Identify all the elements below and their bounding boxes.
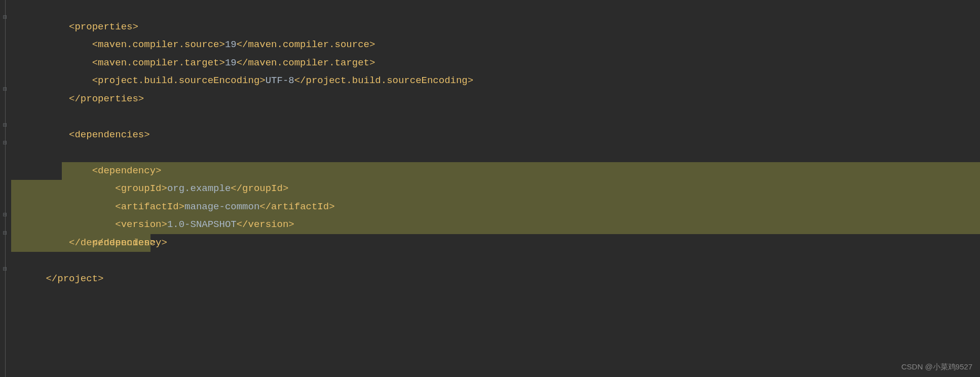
fold-collapse-icon[interactable]: ⊟ — [2, 212, 9, 219]
indent — [46, 201, 115, 212]
fold-collapse-icon[interactable]: ⊟ — [2, 14, 9, 21]
xml-tag: <maven.compiler.target> — [92, 57, 225, 68]
xml-value: 19 — [225, 57, 237, 68]
xml-tag: </maven.compiler.source> — [237, 39, 375, 50]
xml-tag: </version> — [237, 219, 294, 230]
indent — [46, 39, 92, 50]
code-line: </project> — [11, 252, 980, 270]
fold-guide-line — [5, 0, 6, 377]
gutter: ⊟ ⊟ ⊟ ⊟ ⊟ ⊟ ⊟ — [0, 0, 11, 377]
xml-value: 19 — [225, 39, 237, 50]
xml-tag: </artifactId> — [259, 201, 334, 212]
xml-tag: <artifactId> — [115, 201, 184, 212]
indent — [46, 129, 69, 140]
xml-tag: <version> — [115, 219, 167, 230]
xml-tag: <dependency> — [92, 165, 162, 176]
xml-tag: <maven.compiler.source> — [92, 39, 225, 50]
xml-tag: <dependencies> — [69, 129, 150, 140]
indent — [46, 237, 69, 248]
indent — [46, 183, 115, 194]
xml-tag: </groupId> — [231, 183, 288, 194]
indent — [46, 21, 69, 32]
code-line: <maven.compiler.source>19</maven.compile… — [11, 18, 980, 36]
xml-tag: <properties> — [69, 21, 138, 32]
xml-value: manage-common — [184, 201, 259, 212]
xml-tag: <project.build.sourceEncoding> — [92, 75, 266, 86]
indent — [46, 75, 92, 86]
code-line: <dependencies> — [11, 108, 980, 126]
indent — [46, 57, 92, 68]
xml-tag: </dependencies> — [69, 237, 156, 248]
xml-tag: </project.build.sourceEncoding> — [294, 75, 473, 86]
xml-tag: <groupId> — [115, 183, 167, 194]
xml-value: 1.0-SNAPSHOT — [167, 219, 237, 230]
code-area[interactable]: <properties> <maven.compiler.source>19</… — [11, 0, 980, 377]
code-editor: ⊟ ⊟ ⊟ ⊟ ⊟ ⊟ ⊟ <properties> <maven.compil… — [0, 0, 980, 377]
fold-collapse-icon[interactable]: ⊟ — [2, 122, 9, 129]
fold-collapse-icon[interactable]: ⊟ — [2, 230, 9, 237]
xml-tag: </project> — [46, 273, 103, 284]
fold-collapse-icon[interactable]: ⊟ — [2, 86, 9, 93]
code-line: <groupId>org.example</groupId> — [11, 144, 980, 162]
xml-tag: </properties> — [69, 93, 144, 104]
code-line: <properties> — [11, 0, 980, 18]
xml-value: UTF-8 — [266, 75, 294, 86]
code-line: <dependency> — [11, 126, 980, 144]
indent — [46, 93, 69, 104]
watermark: CSDN @小菜鸡9527 — [901, 362, 972, 372]
indent — [46, 165, 92, 176]
xml-tag: </maven.compiler.target> — [237, 57, 375, 68]
xml-value: org.example — [167, 183, 231, 194]
indent — [46, 219, 115, 230]
fold-collapse-icon[interactable]: ⊟ — [2, 266, 9, 273]
code-line-empty — [11, 90, 980, 108]
fold-collapse-icon[interactable]: ⊟ — [2, 140, 9, 147]
